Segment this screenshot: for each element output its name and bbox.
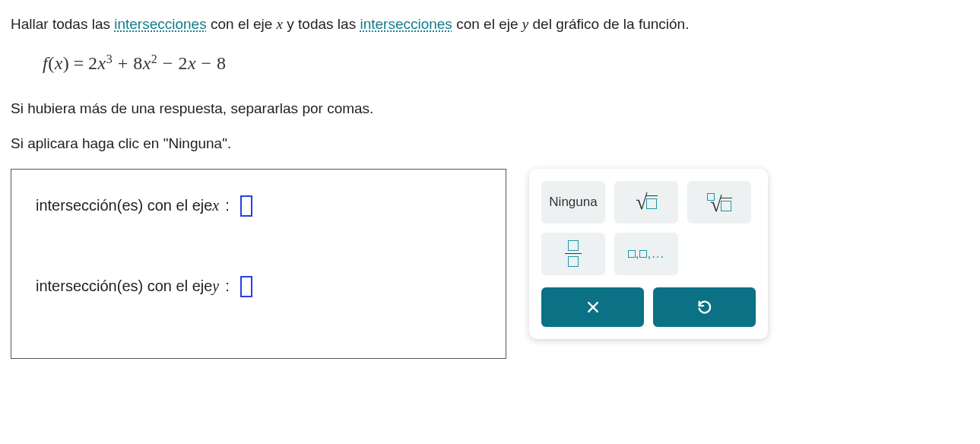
- q-mid2: y todas las: [283, 16, 360, 32]
- keypad-clear-button[interactable]: [541, 287, 644, 327]
- f-eq: =: [74, 53, 84, 73]
- f-t3c: 2: [178, 53, 188, 73]
- f-t2v: x: [143, 53, 151, 73]
- f-t2c: 8: [133, 53, 143, 73]
- y-label-pre: intersección(es) con el eje: [36, 278, 212, 295]
- q-mid1: con el eje: [207, 16, 277, 32]
- x-colon: :: [225, 197, 230, 214]
- f-open: (: [48, 53, 55, 73]
- f-t4: 8: [217, 53, 227, 73]
- answer-panel: intersección(es) con el eje x : intersec…: [11, 169, 506, 359]
- x-intercept-input[interactable]: [240, 195, 252, 217]
- fraction-icon: [565, 240, 582, 268]
- y-intercept-row: intersección(es) con el eje y :: [36, 276, 484, 297]
- link-intersecciones-1[interactable]: intersecciones: [114, 16, 206, 32]
- function-formula: f(x) = 2x3 + 8x2 − 2x − 8: [43, 49, 966, 77]
- q-axis-x: x: [277, 16, 283, 32]
- y-label-var: y: [212, 278, 219, 295]
- y-colon: :: [225, 278, 230, 295]
- f-x: x: [55, 53, 63, 73]
- keypad-list-button[interactable]: ,,...: [614, 233, 678, 275]
- close-icon: [585, 300, 601, 315]
- list-icon: ,,...: [628, 246, 665, 262]
- keypad-panel: Ninguna √ √: [529, 169, 768, 339]
- f-t1c: 2: [88, 53, 98, 73]
- q-pre: Hallar todas las: [11, 16, 114, 32]
- keypad-nthroot-button[interactable]: √: [687, 181, 751, 224]
- undo-icon: [696, 299, 713, 316]
- keypad-sqrt-button[interactable]: √: [614, 181, 678, 224]
- x-label-pre: intersección(es) con el eje: [36, 197, 212, 214]
- x-label-var: x: [212, 197, 219, 214]
- nthroot-icon: √: [707, 189, 731, 215]
- f-t1v: x: [98, 53, 106, 73]
- y-intercept-input[interactable]: [240, 276, 252, 297]
- keypad-undo-button[interactable]: [653, 287, 756, 327]
- f-t1e: 3: [106, 52, 113, 65]
- q-note2: Si aplicara haga clic en "Ninguna".: [11, 133, 966, 155]
- f-minus2: −: [196, 53, 217, 73]
- sqrt-icon: √: [636, 192, 656, 213]
- link-intersecciones-2[interactable]: intersecciones: [360, 16, 452, 32]
- f-t3v: x: [188, 53, 196, 73]
- f-minus1: −: [157, 53, 178, 73]
- q-mid3: con el eje: [452, 16, 522, 32]
- keypad-ninguna-label: Ninguna: [549, 195, 597, 210]
- question-sentence: Hallar todas las intersecciones con el e…: [11, 14, 966, 36]
- q-axis-y: y: [522, 16, 528, 32]
- q-end: del gráfico de la función.: [528, 16, 689, 32]
- keypad-ninguna-button[interactable]: Ninguna: [541, 181, 605, 224]
- f-plus1: +: [113, 53, 133, 73]
- keypad-fraction-button[interactable]: [541, 233, 605, 275]
- q-note1: Si hubiera más de una respuesta, separar…: [11, 98, 966, 120]
- x-intercept-row: intersección(es) con el eje x :: [36, 195, 484, 217]
